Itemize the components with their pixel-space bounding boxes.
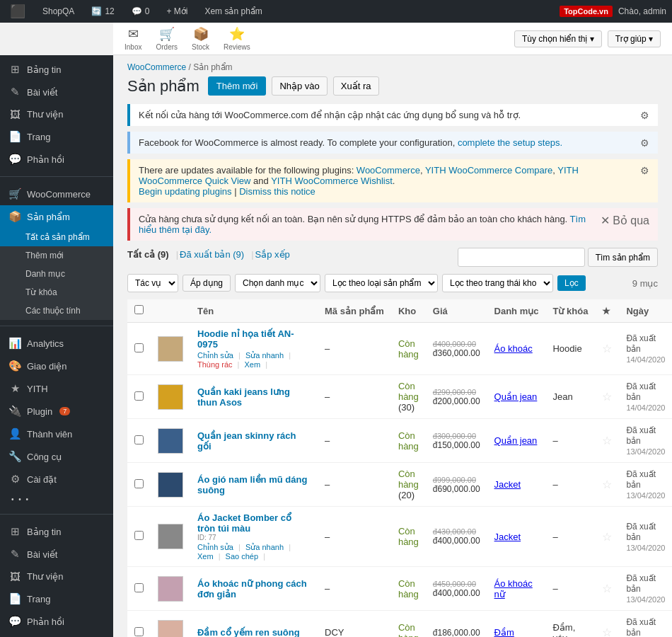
tab-published[interactable]: Đã xuất bản (9) (180, 246, 250, 263)
product-name-link[interactable]: Đầm cổ yếm ren suông (197, 627, 300, 637)
notice-yith-wishlist-link[interactable]: YITH WooCommerce Wishlist (271, 176, 393, 186)
notice-yith-compare-link[interactable]: YITH WooCommerce Compare (425, 165, 552, 176)
product-star[interactable]: ☆ (602, 478, 612, 490)
updates-count[interactable]: 🔄 12 (87, 0, 118, 23)
stock-select[interactable]: Lọc theo trang thái kho (442, 274, 553, 292)
sidebar-item-dashboard2[interactable]: ⊞ Bảng tin (0, 520, 113, 543)
tab-all[interactable]: Tất cả (9) (127, 246, 175, 263)
type-select[interactable]: Lọc theo loại sản phẩm (325, 274, 438, 292)
product-name-link[interactable]: Áo gió nam liền mũ dáng suông (197, 474, 307, 495)
row-checkbox[interactable] (134, 583, 144, 592)
select-all-checkbox[interactable] (134, 305, 144, 314)
product-category-link[interactable]: Áo khoác (494, 343, 533, 354)
sidebar-item-analytics[interactable]: 📊 Analytics (0, 332, 113, 355)
sidebar-item-comments[interactable]: 💬 Phản hồi (0, 148, 113, 171)
row-checkbox[interactable] (134, 627, 144, 636)
help-btn[interactable]: Trợ giúp ▾ (608, 30, 661, 47)
sidebar-item-tools[interactable]: 🔧 Công cụ (0, 445, 113, 468)
new-content-btn[interactable]: + Mới (162, 0, 192, 23)
sidebar-sub-all-products[interactable]: Tất cả sản phẩm (0, 228, 113, 246)
notice-fb-gear-icon[interactable]: ⚙ (640, 137, 649, 149)
row-checkbox[interactable] (134, 343, 144, 352)
product-star[interactable]: ☆ (602, 583, 612, 595)
notice-https-dismiss[interactable]: ✕ Bỏ qua (601, 214, 649, 227)
sidebar-item-woocommerce[interactable]: 🛒 WooCommerce (0, 183, 113, 205)
sidebar-item-media2[interactable]: 🖼 Thư viện (0, 566, 113, 587)
export-button[interactable]: Xuất ra (333, 76, 379, 96)
action-link-sửa-nhanh[interactable]: Sửa nhanh (245, 543, 284, 551)
reviews-btn[interactable]: ⭐ Reviews (224, 26, 250, 51)
comments-count[interactable]: 💬 0 (127, 0, 154, 23)
search-btn[interactable]: Tìm sản phẩm (588, 248, 658, 267)
product-name-link[interactable]: Quần jean skinny rách gối (197, 430, 296, 452)
sidebar-sub-add-new[interactable]: Thêm mới (0, 246, 113, 265)
action-link-xem[interactable]: Xem (197, 552, 214, 561)
product-category-link[interactable]: Quần jean (494, 435, 538, 446)
stock-btn[interactable]: 📦 Stock (192, 26, 209, 51)
begin-updating-link[interactable]: Begin updating plugins (139, 186, 232, 197)
product-name-link[interactable]: Hoodie nỉ họa tiết AN-0975 (197, 328, 294, 350)
sidebar-item-products[interactable]: 📦 Sản phẩm (0, 205, 113, 228)
view-product-link[interactable]: Xem sản phẩm (200, 0, 266, 23)
breadcrumb-woocommerce[interactable]: WooCommerce (127, 62, 186, 72)
wp-logo[interactable]: ⬛ (6, 0, 30, 23)
sidebar-sub-attributes[interactable]: Các thuộc tính (0, 302, 113, 320)
sidebar-item-pages[interactable]: 📄 Trang (0, 125, 113, 148)
product-name-link[interactable]: Áo Jacket Bomber cổ tròn túi màu (197, 512, 291, 534)
import-button[interactable]: Nhập vào (272, 76, 327, 96)
action-link-chỉnh-sửa[interactable]: Chỉnh sửa (197, 543, 233, 551)
notice-woocommerce-link[interactable]: WooCommerce (357, 165, 420, 176)
sidebar-item-comments2[interactable]: 💬 Phản hồi (0, 610, 113, 633)
category-select[interactable]: Chọn danh mục (235, 274, 320, 292)
row-checkbox[interactable] (134, 391, 144, 401)
action-link-xem[interactable]: Xem (245, 360, 261, 369)
sidebar-item-yith[interactable]: ★ YITH (0, 377, 113, 400)
dismiss-notice-link[interactable]: Dismiss this notice (239, 186, 315, 197)
product-star[interactable]: ☆ (602, 435, 612, 447)
sidebar-item-users[interactable]: 👤 Thành viên (0, 423, 113, 445)
notice-updates-gear-icon[interactable]: ⚙ (640, 165, 649, 176)
action-link-thùng-rác[interactable]: Thùng rác (197, 360, 233, 369)
product-category-link[interactable]: Quần jean (494, 391, 538, 402)
notice-gear-icon[interactable]: ⚙ (640, 110, 649, 121)
site-name[interactable]: ShopQA (38, 0, 79, 23)
sidebar-item-posts[interactable]: ✎ Bài viết (0, 81, 113, 103)
sidebar-item-plugins[interactable]: 🔌 Plugin 7 (0, 400, 113, 423)
sidebar-sub-categories[interactable]: Danh mục (0, 265, 113, 283)
sidebar-item-settings[interactable]: ⚙ Cài đặt (0, 468, 113, 490)
action-select[interactable]: Tác vụ (127, 274, 178, 292)
product-star[interactable]: ☆ (602, 626, 612, 637)
product-category-link[interactable]: Đầm (494, 627, 514, 637)
action-link-sửa-nhanh[interactable]: Sửa nhanh (245, 351, 284, 360)
filter-btn[interactable]: Lọc (557, 275, 586, 291)
notice-fb-link[interactable]: complete the setup steps. (458, 137, 562, 148)
inbox-btn[interactable]: ✉ Inbox (124, 26, 141, 51)
apply-action-btn[interactable]: Áp dụng (183, 275, 231, 292)
product-star[interactable]: ☆ (602, 531, 612, 543)
action-link-chỉnh-sửa[interactable]: Chỉnh sửa (197, 351, 233, 360)
product-category-link[interactable]: Áo khoác nữ (494, 578, 533, 599)
product-category-link[interactable]: Jacket (494, 532, 521, 542)
row-checkbox[interactable] (134, 479, 144, 488)
sidebar-item-appearance[interactable]: 🎨 Giao diện (0, 355, 113, 377)
sidebar-item-label: Cài đặt (27, 474, 57, 485)
orders-btn[interactable]: 🛒 Orders (156, 26, 178, 51)
sidebar-item-dots[interactable]: • • • (0, 490, 113, 508)
product-name-link[interactable]: Quần kaki jeans lưng thun Asos (197, 386, 290, 408)
product-name-link[interactable]: Áo khoác nữ phong cách đơn giản (197, 578, 307, 599)
sidebar-item-media[interactable]: 🖼 Thư viện (0, 103, 113, 125)
sidebar-sub-tags[interactable]: Từ khóa (0, 283, 113, 302)
action-link-sao-chép[interactable]: Sao chép (226, 552, 258, 561)
product-star[interactable]: ☆ (602, 391, 612, 403)
product-star[interactable]: ☆ (602, 343, 612, 355)
sidebar-item-pages2[interactable]: 📄 Trang (0, 587, 113, 610)
sidebar-item-dashboard[interactable]: ⊞ Bảng tin (0, 58, 113, 81)
row-checkbox[interactable] (134, 435, 144, 444)
sidebar-item-posts2[interactable]: ✎ Bài viết (0, 543, 113, 566)
row-checkbox[interactable] (134, 531, 144, 540)
product-category-link[interactable]: Jacket (494, 479, 521, 490)
search-input[interactable] (458, 248, 585, 267)
tab-sort[interactable]: Sắp xếp (255, 246, 296, 263)
add-new-button[interactable]: Thêm mới (208, 76, 267, 96)
screen-options-btn[interactable]: Tùy chọn hiển thị ▾ (514, 30, 602, 47)
